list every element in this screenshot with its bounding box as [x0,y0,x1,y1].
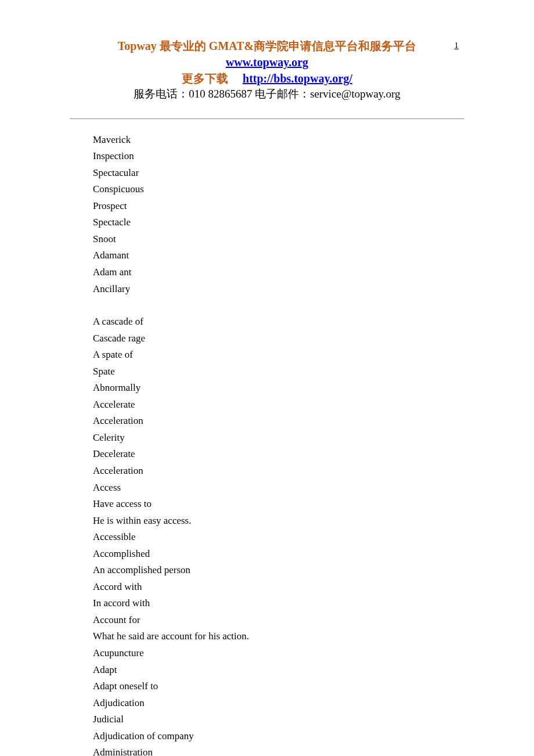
word-item: Accelerate [93,397,464,413]
header-link-bbs[interactable]: http://bbs.topway.org/ [243,72,352,85]
word-item: Access [93,480,464,496]
word-item: In accord with [93,595,464,612]
word-item: He is within easy access. [93,513,464,530]
word-item: Ancillary [93,281,464,298]
word-item: Inspection [93,148,464,165]
word-item: Acupuncture [93,645,464,662]
word-item: Administration [93,744,464,756]
word-item: Spectacular [93,165,464,182]
word-group-1: MaverickInspectionSpectacularConspicuous… [93,132,464,297]
header-title: Topway 最专业的 GMAT&商学院申请信息平台和服务平台 [70,38,464,54]
word-item: An accomplished person [93,562,464,579]
word-item: Adamant [93,247,464,264]
word-item: Adam ant [93,264,464,281]
download-label: 更多下载 [182,72,228,85]
page-number: 1 [454,41,459,51]
word-list-container: MaverickInspectionSpectacularConspicuous… [70,132,464,756]
group-gap [93,297,464,314]
word-item: Adjudication [93,695,464,712]
word-item: Account for [93,612,464,629]
word-item: Cascade rage [93,330,464,347]
word-item: Spectacle [93,214,464,231]
word-item: Maverick [93,132,464,149]
word-item: Acceleration [93,463,464,480]
word-item: A spate of [93,347,464,363]
document-page: 1 Topway 最专业的 GMAT&商学院申请信息平台和服务平台 www.to… [0,0,534,756]
word-item: Snoot [93,231,464,248]
word-item: Celerity [93,430,464,447]
header-link-main[interactable]: www.topway.org [226,56,308,69]
word-item: Decelerate [93,446,464,463]
header-divider [70,118,464,119]
word-item: Conspicuous [93,181,464,198]
word-item: Adapt [93,662,464,679]
word-item: Prospect [93,198,464,215]
word-item: Accessible [93,529,464,546]
word-item: Have access to [93,496,464,513]
word-item: What he said are account for his action. [93,628,464,645]
word-item: Spate [93,363,464,380]
contact-info: 服务电话：010 82865687 电子邮件：service@topway.or… [70,87,464,102]
word-item: Acceleration [93,413,464,430]
word-item: Abnormally [93,380,464,397]
word-item: Adapt oneself to [93,678,464,695]
word-item: Adjudication of company [93,728,464,745]
document-header: Topway 最专业的 GMAT&商学院申请信息平台和服务平台 www.topw… [70,38,464,102]
word-group-2: A cascade ofCascade rageA spate ofSpateA… [93,314,464,756]
word-item: Accord with [93,579,464,596]
word-item: Judicial [93,711,464,728]
word-item: A cascade of [93,314,464,330]
word-item: Accomplished [93,546,464,563]
